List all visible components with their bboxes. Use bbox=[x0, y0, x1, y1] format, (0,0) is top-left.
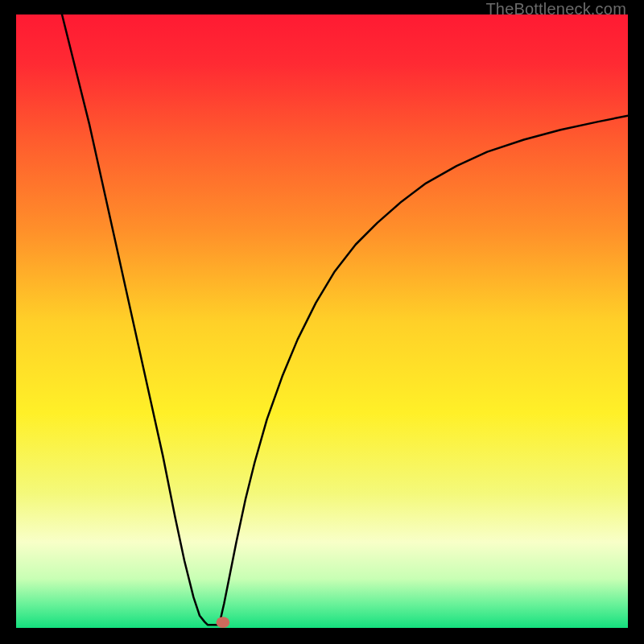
valley-marker bbox=[217, 617, 230, 628]
bottleneck-chart bbox=[16, 14, 628, 628]
gradient-background bbox=[16, 14, 628, 628]
chart-frame bbox=[16, 14, 628, 628]
marker-group bbox=[217, 617, 230, 628]
